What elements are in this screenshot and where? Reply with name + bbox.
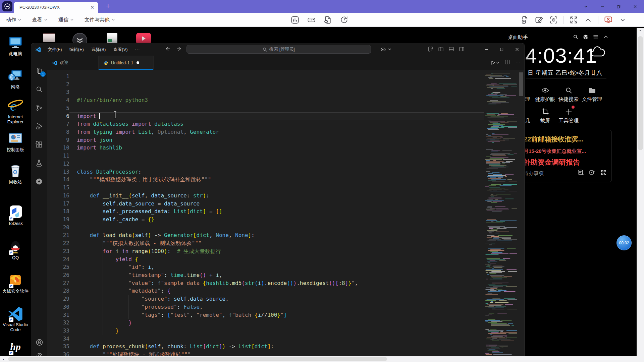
tv-menu-1[interactable]: 查看 <box>32 17 47 23</box>
restart-icon[interactable] <box>340 15 349 24</box>
partial-desktop-icon[interactable] <box>107 33 117 44</box>
desktop-icon-huorong[interactable]: 火绒安全软件 <box>0 272 31 294</box>
tv-menu-3[interactable]: 文件与其他 <box>85 17 115 23</box>
desktop-icon-qq[interactable]: QQ <box>0 239 31 260</box>
code-line-11[interactable] <box>77 152 358 160</box>
search-icon[interactable] <box>35 85 43 94</box>
news-item-0[interactable]: 22前邮箱接收淮滨... <box>524 135 584 144</box>
code-line-6[interactable]: import <box>77 112 358 120</box>
code-line-9[interactable]: import json <box>77 136 358 144</box>
code-line-36[interactable]: """处理数据块 - 测试函数跳转""" <box>77 351 358 356</box>
toggle-secondary-sidebar-icon[interactable] <box>459 46 465 53</box>
close-button[interactable] <box>627 0 643 13</box>
desktop-icon-vscode[interactable]: Visual Studio Code <box>0 306 31 332</box>
partial-desktop-icon[interactable] <box>43 34 55 42</box>
account-icon[interactable] <box>35 338 44 347</box>
code-line-31[interactable]: "tags": ["test", "remote", f"batch_{i//1… <box>77 311 358 319</box>
tab-welcome[interactable]: 欢迎 <box>47 56 99 70</box>
desktop-icon-hp[interactable]: hphp <box>0 339 31 356</box>
session-monitor-icon[interactable] <box>290 15 300 24</box>
code-line-14[interactable]: """模拟数据处理类，用于测试代码补全和跳转""" <box>77 176 358 184</box>
horizontal-scrollbar-thumb[interactable] <box>8 357 387 361</box>
code-line-20[interactable] <box>77 224 358 232</box>
menu-icon[interactable] <box>593 34 598 41</box>
source-control-icon[interactable] <box>35 104 43 112</box>
remote-desktop[interactable]: 此电脑网络eInternet Explorer控制面板♻回收站ToDeskQQ火… <box>0 27 637 356</box>
assistant-tool-6[interactable]: 工具管理 <box>554 107 583 124</box>
code-line-10[interactable]: import hashlib <box>77 144 358 152</box>
code-line-35[interactable]: def process_chunk(self, chunk: List[dict… <box>77 343 358 351</box>
minimap[interactable] <box>484 70 517 356</box>
close-session-icon[interactable] <box>604 15 613 24</box>
file-receive-icon[interactable] <box>520 15 529 24</box>
desktop-icon-network[interactable]: 网络 <box>0 68 31 89</box>
tv-menu-0[interactable]: 动作 <box>6 17 21 23</box>
code-line-12[interactable] <box>77 160 358 168</box>
session-tab[interactable]: PC-20230703RDWX ✕ <box>14 2 98 13</box>
code-editor[interactable]: 1234567891011121314151617181920212223242… <box>47 70 525 356</box>
assistant-tool-3[interactable]: 文件管理 <box>578 85 606 103</box>
testing-icon[interactable] <box>35 159 43 167</box>
restore-button[interactable] <box>610 0 627 13</box>
code-line-18[interactable]: self._processed_data: List[dict] = [] <box>77 207 358 216</box>
run-debug-icon[interactable] <box>35 122 43 130</box>
session-options-icon[interactable] <box>618 15 627 24</box>
code-line-33[interactable]: } <box>77 327 358 335</box>
code-line-25[interactable]: "id": i, <box>77 263 358 271</box>
tab-untitled-1[interactable]: Untitled-1 1 <box>99 56 154 70</box>
collapse-toolbar-icon[interactable] <box>584 15 593 24</box>
session-timer-badge[interactable]: 00:02 <box>616 235 632 250</box>
new-session-tab-button[interactable]: + <box>106 2 110 10</box>
desktop-icon-this-pc[interactable]: 此电脑 <box>0 35 31 56</box>
code-line-26[interactable]: "timestamp": time.time() + i, <box>77 271 358 279</box>
nav-back-icon[interactable] <box>165 46 170 53</box>
code-content[interactable]: #!/usr/bin/env python3 import from datac… <box>77 72 358 356</box>
weather-cloud-icon[interactable] <box>590 46 606 60</box>
scroll-up-icon[interactable]: ⌃ <box>637 28 644 35</box>
vscode-menu-2[interactable]: 选择(S) <box>88 46 109 54</box>
code-line-15[interactable] <box>77 184 358 192</box>
code-line-24[interactable]: yield { <box>77 255 358 263</box>
nav-forward-icon[interactable] <box>176 46 182 53</box>
editor-scrollbar-thumb[interactable] <box>519 72 523 96</box>
code-line-28[interactable]: "metadata": { <box>77 287 358 295</box>
code-line-1[interactable] <box>77 72 358 80</box>
unsaved-dot-icon[interactable] <box>137 61 139 64</box>
code-line-3[interactable] <box>77 88 358 96</box>
screen-capture-icon[interactable] <box>549 15 558 24</box>
fullscreen-icon[interactable] <box>569 15 578 24</box>
remote-vertical-scrollbar[interactable]: ⌃ <box>637 28 644 356</box>
code-line-8[interactable]: from typing import List, Optional, Gener… <box>77 128 358 136</box>
close-session-tab-icon[interactable]: ✕ <box>90 5 94 10</box>
vscode-minimize-button[interactable] <box>478 43 494 56</box>
todo-label[interactable]: 待办事项 <box>524 170 544 177</box>
qrcode-icon[interactable] <box>600 169 607 177</box>
settings-gear-icon[interactable] <box>35 352 44 356</box>
code-line-22[interactable]: """模拟大数据加载 - 测试滚动体验""" <box>77 239 358 247</box>
whiteboard-icon[interactable] <box>535 15 544 24</box>
minimize-button[interactable] <box>594 0 610 13</box>
desktop-icon-todesk[interactable]: ToDesk <box>0 204 31 226</box>
share-icon[interactable] <box>589 169 596 177</box>
code-line-16[interactable]: def __init__(self, data_source: str): <box>77 192 358 200</box>
vscode-menu-1[interactable]: 编辑(E) <box>66 46 88 54</box>
search-icon[interactable] <box>573 34 578 41</box>
partial-desktop-icon[interactable] <box>136 33 151 44</box>
code-line-17[interactable]: self.data_source = data_source <box>77 200 358 208</box>
note-add-icon[interactable] <box>577 169 584 177</box>
code-line-21[interactable]: def load_data(self) -> Generator[dict, N… <box>77 231 358 239</box>
code-line-23[interactable]: for i in range(1000): # 生成大量数据行 <box>77 247 358 255</box>
vscode-menu-more[interactable]: ··· <box>131 47 144 52</box>
code-line-34[interactable] <box>77 335 358 343</box>
code-line-5[interactable] <box>77 104 358 112</box>
collapse-icon[interactable] <box>603 34 608 41</box>
layers-icon[interactable] <box>583 34 588 41</box>
extensions-icon[interactable] <box>35 140 43 149</box>
news-item-1[interactable]: 月15-20号收集汇总就业宣... <box>524 148 586 155</box>
code-line-4[interactable]: #!/usr/bin/env python3 <box>77 96 358 104</box>
vertical-scrollbar-thumb[interactable] <box>638 36 643 150</box>
dropdown-chevron-icon[interactable] <box>578 0 594 13</box>
more-actions-icon[interactable] <box>515 59 521 66</box>
code-line-32[interactable]: } <box>77 319 358 327</box>
extension-hex-icon[interactable] <box>35 177 43 186</box>
